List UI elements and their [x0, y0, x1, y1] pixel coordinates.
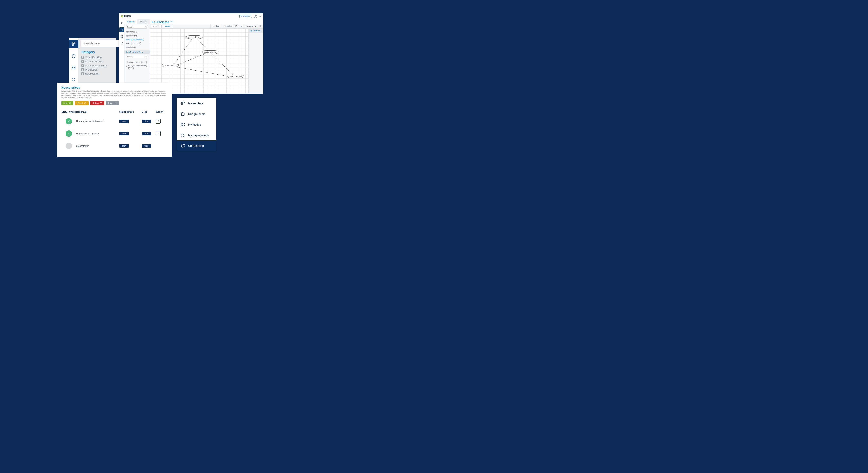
- webui-button[interactable]: [156, 119, 160, 124]
- view-button[interactable]: view: [142, 120, 151, 123]
- grid-icon: [181, 122, 185, 127]
- tool-item[interactable]: recognaizeprocessing (1.0.0): [126, 64, 148, 69]
- tools-search[interactable]: [126, 55, 148, 58]
- nav-design-studio[interactable]: Design Studio: [177, 109, 216, 119]
- svg-line-48: [173, 38, 192, 65]
- chevron-down-icon[interactable]: [259, 15, 261, 18]
- clear-button[interactable]: Clear: [210, 24, 221, 29]
- category-label: Classification: [85, 56, 102, 59]
- puzzle-icon: [120, 28, 123, 31]
- svg-rect-66: [183, 125, 185, 126]
- status-table: Status Check Nodename Status-details Log…: [61, 109, 167, 152]
- logs-button[interactable]: Logs: [106, 101, 119, 105]
- main-nav: Marketplace Design Studio My Models My D…: [177, 98, 216, 151]
- svg-line-49: [198, 39, 208, 51]
- category-title: Category: [81, 50, 95, 54]
- tool-item[interactable]: recognaizeocr (1.0.0): [126, 61, 148, 64]
- canvas-node[interactable]: restserver/out/: [162, 64, 179, 67]
- svg-point-36: [127, 63, 128, 63]
- svg-point-26: [121, 42, 121, 43]
- pipeline-item[interactable]: pipelinesa(1): [126, 34, 148, 38]
- pipeline-item[interactable]: trainingpipeline(1): [126, 41, 148, 45]
- col-webui: Web UI: [156, 109, 167, 115]
- my-solutions-header: My Solutions: [249, 29, 263, 33]
- svg-point-10: [74, 80, 75, 81]
- studio-rail-grid[interactable]: [119, 34, 124, 39]
- svg-point-17: [255, 15, 256, 17]
- cell-nodename: House-prices-databroker 1: [76, 115, 119, 127]
- pipeline-search-input[interactable]: [127, 26, 145, 28]
- show-button[interactable]: show: [119, 120, 129, 123]
- studio-rail-puzzle[interactable]: [119, 27, 124, 32]
- rail-grid[interactable]: [69, 64, 79, 72]
- new-button[interactable]: ⊕New: [163, 25, 172, 28]
- minus-circle-icon: [100, 102, 102, 105]
- checkbox-icon[interactable]: [81, 60, 84, 63]
- rail-dots[interactable]: [69, 76, 79, 84]
- logout-icon: [114, 102, 117, 105]
- filter-search-input[interactable]: [84, 41, 121, 45]
- search-icon: [145, 56, 147, 58]
- canvas-node[interactable]: recognaizeout: [227, 75, 244, 78]
- show-button[interactable]: show: [119, 132, 129, 135]
- svg-rect-6: [74, 68, 75, 69]
- svg-rect-2: [72, 45, 74, 46]
- save-button[interactable]: Save: [234, 24, 244, 29]
- nav-my-models[interactable]: My Models: [177, 119, 216, 130]
- tab-models[interactable]: Models: [137, 19, 150, 24]
- col-status: Status Check: [61, 109, 76, 115]
- checkbox-icon[interactable]: [81, 72, 84, 75]
- nav-label: My Deployments: [188, 134, 209, 137]
- nav-my-deployments[interactable]: My Deployments: [177, 130, 216, 140]
- check-icon: [223, 25, 225, 27]
- user-icon[interactable]: [253, 14, 257, 18]
- nav-marketplace[interactable]: Marketplace: [177, 98, 216, 109]
- view-button[interactable]: view: [142, 144, 151, 148]
- svg-point-28: [121, 44, 121, 44]
- delete-button[interactable]: Delete: [90, 101, 104, 105]
- svg-point-69: [182, 136, 182, 137]
- canvas-node[interactable]: recognaizeocr: [202, 50, 219, 54]
- developer-badge[interactable]: Developer: [239, 15, 252, 18]
- menu-button[interactable]: [257, 24, 263, 29]
- pipeline-item[interactable]: pipelinehpp (1): [126, 30, 148, 34]
- logs-label: Logs: [108, 102, 113, 104]
- canvas-node[interactable]: recognaizeui1: [186, 35, 203, 39]
- studio-rail-shapes[interactable]: [119, 21, 124, 25]
- tools-search-input[interactable]: [127, 56, 145, 58]
- eraser-icon: [212, 25, 214, 27]
- pipeline-item[interactable]: hpipeline(1): [126, 45, 148, 49]
- tab-solutions[interactable]: Solutions: [124, 19, 137, 24]
- menu-icon: [259, 25, 262, 28]
- rail-shapes[interactable]: [69, 40, 79, 48]
- status-panel: House prices Lorem ipsum dolor sit amet,…: [57, 83, 172, 157]
- studio-rail-dots[interactable]: [119, 41, 124, 46]
- rail-puzzle[interactable]: [69, 52, 79, 60]
- canvas-title: Acu-Compose: [152, 21, 169, 24]
- svg-line-37: [126, 62, 127, 62]
- svg-line-59: [158, 133, 159, 134]
- svg-point-32: [145, 56, 146, 57]
- shapes-icon: [71, 41, 76, 46]
- svg-point-70: [183, 136, 184, 137]
- pipeline-search[interactable]: [126, 25, 148, 29]
- reset-button[interactable]: Reset: [75, 101, 89, 105]
- category-label: Regression: [85, 72, 99, 75]
- webui-button[interactable]: [156, 131, 160, 136]
- refresh-icon: [181, 143, 185, 148]
- deploy-button[interactable]: Deploy ▾: [244, 24, 257, 29]
- share-icon: [126, 66, 127, 68]
- view-button[interactable]: view: [142, 132, 151, 135]
- pipeline-item[interactable]: recognaizepipeline(1): [126, 38, 148, 41]
- file-tab-untitled[interactable]: Untitled: [151, 25, 162, 28]
- checkbox-icon[interactable]: [81, 56, 84, 59]
- search-icon: [145, 26, 147, 28]
- checkbox-icon[interactable]: [81, 64, 84, 67]
- nav-onboarding[interactable]: On-Boarding: [177, 140, 216, 151]
- run-button[interactable]: Run: [61, 101, 73, 105]
- show-button[interactable]: show: [119, 144, 129, 148]
- checkbox-icon[interactable]: [81, 68, 84, 71]
- validate-label: Validate: [225, 25, 232, 27]
- svg-rect-24: [121, 37, 121, 38]
- validate-button[interactable]: Validate: [221, 24, 234, 29]
